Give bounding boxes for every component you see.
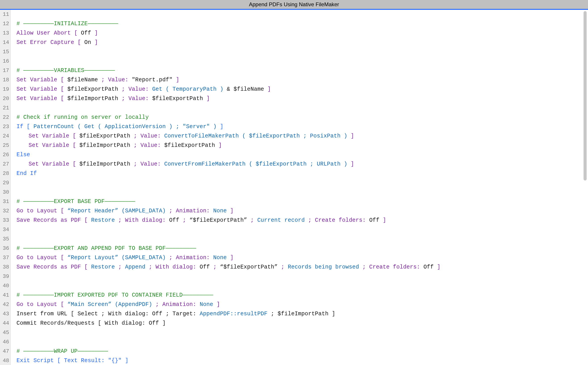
token: End If: [16, 170, 37, 177]
line-number: 15: [0, 47, 11, 56]
token: Off: [200, 264, 210, 270]
token: Set Variable: [29, 161, 69, 167]
token: If: [16, 123, 23, 130]
code-line[interactable]: 33Save Records as PDF [ Restore ; With d…: [0, 216, 588, 225]
code-line[interactable]: 17# —————————VARIABLES—————————: [0, 66, 588, 75]
line-number: 46: [0, 337, 11, 347]
token: ]: [95, 39, 98, 46]
code-line[interactable]: 31# —————————EXPORT BASE PDF—————————: [0, 197, 588, 206]
code-line[interactable]: 38Save Records as PDF [ Restore ; Append…: [0, 262, 588, 272]
token: [: [74, 39, 81, 46]
code-content: Set Variable [ $fileExportPath ; Value: …: [11, 132, 354, 141]
token: ; Value:: [130, 161, 164, 167]
token: [: [69, 161, 79, 167]
code-line[interactable]: 23If [ PatternCount ( Get ( ApplicationV…: [0, 122, 588, 132]
code-line[interactable]: 34: [0, 225, 588, 234]
code-line[interactable]: 37Go to Layout [ “Report Layout” (SAMPLE…: [0, 253, 588, 262]
token: $fileName: [67, 77, 98, 83]
line-number: 35: [0, 234, 11, 244]
line-number: 27: [0, 160, 11, 169]
token: $fileExportPath: [67, 86, 118, 92]
token: PatternCount ( Get ( ApplicationVersion …: [34, 123, 217, 130]
code-line[interactable]: 15: [0, 47, 588, 56]
code-line[interactable]: 18Set Variable [ $fileName ; Value: "Rep…: [0, 75, 588, 85]
token: “$fileExportPath”: [220, 264, 278, 270]
token: ]: [434, 264, 440, 270]
token: Off: [78, 30, 95, 36]
script-editor[interactable]: 1112# —————————INITIALIZE—————————13Allo…: [0, 10, 588, 365]
code-line[interactable]: 48Exit Script [ Text Result: "{}" ]: [0, 356, 588, 365]
code-line[interactable]: 24Set Variable [ $fileExportPath ; Value…: [0, 132, 588, 141]
token: ;: [247, 217, 258, 224]
code-line[interactable]: 46: [0, 337, 588, 347]
token: Off: [149, 320, 159, 326]
code-line[interactable]: 40: [0, 281, 588, 291]
code-line[interactable]: 25Set Variable [ $fileImportPath ; Value…: [0, 141, 588, 150]
window-title: Append PDFs Using Native FileMaker: [249, 1, 339, 7]
line-number: 43: [0, 309, 11, 319]
token: Off: [169, 217, 179, 224]
code-line[interactable]: 16: [0, 56, 588, 66]
token: Off: [369, 217, 380, 224]
token: & $fileName: [223, 86, 264, 92]
token: ; Value:: [130, 142, 164, 149]
token: ]: [264, 86, 271, 92]
code-content: Set Error Capture [ On ]: [11, 38, 98, 47]
token: ]: [215, 142, 222, 149]
line-number: 38: [0, 262, 11, 272]
code-content: # —————————VARIABLES—————————: [11, 66, 115, 75]
code-line[interactable]: 47# —————————WRAP UP—————————: [0, 347, 588, 356]
token: [ With dialog:: [95, 320, 149, 326]
code-line[interactable]: 42Go to Layout [ “Main Screen” (AppendPD…: [0, 300, 588, 309]
code-line[interactable]: 29: [0, 178, 588, 188]
code-line[interactable]: 12# —————————INITIALIZE—————————: [0, 19, 588, 28]
line-number: 17: [0, 66, 11, 75]
token: # —————————WRAP UP—————————: [16, 348, 108, 355]
token: ]: [203, 95, 210, 102]
token: Set Variable: [29, 133, 69, 139]
token: Go to Layout: [16, 254, 57, 261]
token: Allow User Abort: [16, 30, 71, 36]
code-line[interactable]: 41# —————————IMPORT EXPORTED PDF TO CONT…: [0, 291, 588, 300]
code-line[interactable]: 43Insert from URL [ Select ; With dialog…: [0, 309, 588, 319]
scrollbar-thumb[interactable]: [584, 11, 587, 181]
code-line[interactable]: 14Set Error Capture [ On ]: [0, 38, 588, 47]
code-line[interactable]: 35: [0, 234, 588, 244]
token: ]: [380, 217, 386, 224]
token: ; Value:: [98, 77, 132, 83]
code-content: Go to Layout [ “Report Layout” (SAMPLE_D…: [11, 253, 234, 262]
token: [: [71, 30, 77, 36]
code-line[interactable]: 28End If: [0, 169, 588, 178]
token: ]: [347, 133, 354, 139]
code-line[interactable]: 27Set Variable [ $fileImportPath ; Value…: [0, 160, 588, 169]
token: [ Text Result:: [54, 358, 108, 364]
token: $fileImportPath: [67, 95, 118, 102]
token: ; Animation:: [166, 254, 213, 261]
line-number: 13: [0, 28, 11, 38]
code-line[interactable]: 39: [0, 272, 588, 281]
code-line[interactable]: 26Else: [0, 150, 588, 160]
token: ; Value:: [118, 86, 152, 92]
line-number: 47: [0, 347, 11, 356]
token: ; Create folders:: [305, 217, 369, 224]
code-line[interactable]: 13Allow User Abort [ Off ]: [0, 28, 588, 38]
vertical-scrollbar[interactable]: [582, 11, 587, 363]
code-line[interactable]: 19Set Variable [ $fileExportPath ; Value…: [0, 85, 588, 94]
token: Get ( TemporaryPath ): [152, 86, 223, 92]
code-content: Set Variable [ $fileName ; Value: "Repor…: [11, 75, 179, 85]
code-line[interactable]: 30: [0, 188, 588, 197]
code-line[interactable]: 22# Check if running on server or locall…: [0, 113, 588, 122]
code-line[interactable]: 11: [0, 10, 588, 19]
code-line[interactable]: 45: [0, 328, 588, 337]
code-line[interactable]: 36# —————————EXPORT AND APPEND PDF TO BA…: [0, 244, 588, 253]
code-line[interactable]: 44Commit Records/Requests [ With dialog:…: [0, 319, 588, 328]
token: # Check if running on server or locally: [16, 114, 149, 120]
line-number: 20: [0, 94, 11, 103]
code-line[interactable]: 20Set Variable [ $fileImportPath ; Value…: [0, 94, 588, 103]
code-content: Set Variable [ $fileImportPath ; Value: …: [11, 141, 222, 150]
code-line[interactable]: 21: [0, 103, 588, 113]
code-content: Insert from URL [ Select ; With dialog: …: [11, 309, 335, 319]
code-line[interactable]: 32Go to Layout [ “Report Header” (SAMPLE…: [0, 206, 588, 216]
token: ;: [115, 264, 125, 270]
token: Set Error Capture: [16, 39, 74, 46]
